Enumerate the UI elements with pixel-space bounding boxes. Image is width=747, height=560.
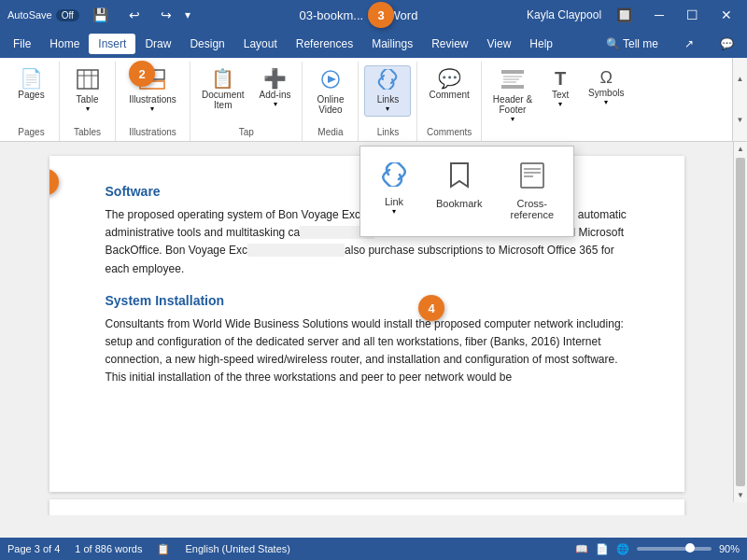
save-button[interactable]: 💾 [85, 6, 116, 24]
zoom-thumb [685, 543, 695, 553]
menu-draw[interactable]: Draw [135, 34, 180, 54]
view-read-icon[interactable]: 📖 [575, 543, 588, 555]
proofing-icon: 📋 [157, 543, 170, 555]
menu-design[interactable]: Design [180, 34, 233, 54]
svg-marker-8 [328, 76, 336, 83]
zoom-slider[interactable] [637, 547, 712, 551]
status-bar: Page 3 of 4 1 of 886 words 📋 English (Un… [0, 538, 747, 560]
bookmark-dropdown-item[interactable]: Bookmark [424, 154, 495, 229]
user-name: Kayla Claypool [527, 8, 601, 21]
links-dropdown-panel: Link ▾ Bookmark Cross-reference [359, 146, 574, 237]
header-footer-icon [500, 69, 525, 92]
menu-view[interactable]: View [478, 34, 521, 54]
menu-references[interactable]: References [287, 34, 362, 54]
scroll-down-button[interactable]: ▼ [734, 488, 747, 502]
comment-icon: 💬 [438, 69, 461, 88]
menu-review[interactable]: Review [422, 34, 477, 54]
online-video-button[interactable]: OnlineVideo [312, 65, 350, 119]
ribbon-group-pages: 📄 Pages Pages [4, 62, 60, 141]
minimize-button[interactable]: ─ [647, 6, 671, 24]
tap-group-label: Tap [196, 125, 296, 141]
links-button[interactable]: Links ▾ [364, 65, 411, 117]
illustrations-group-label: Illustrations [121, 125, 184, 141]
word-count: 1 of 886 words [75, 543, 142, 554]
ribbon-group-comments: 💬 Comment Comments [417, 62, 481, 141]
document-item-button[interactable]: 📋 DocumentItem [196, 65, 250, 114]
cross-reference-dropdown-item[interactable]: Cross-reference [499, 154, 566, 229]
callout-4[interactable]: 4 [418, 295, 444, 321]
cross-reference-label: Cross-reference [511, 198, 554, 220]
language: English (United States) [185, 543, 290, 554]
svg-rect-0 [78, 70, 98, 89]
zoom-level: 90% [719, 543, 740, 554]
callout-1[interactable]: 1 [49, 169, 59, 195]
text-group-label [487, 135, 630, 141]
share-button[interactable]: ↗ [675, 34, 703, 54]
pages-group-label: Pages [9, 125, 53, 141]
menu-help[interactable]: Help [520, 34, 562, 54]
menu-file[interactable]: File [4, 34, 40, 54]
link-dropdown-icon [381, 162, 407, 192]
links-icon [375, 69, 400, 92]
header-footer-button[interactable]: Header &Footer ▾ [487, 65, 538, 127]
online-video-icon [318, 69, 343, 92]
page-info: Page 3 of 4 [7, 543, 60, 554]
addins-icon: ➕ [263, 69, 287, 88]
restore-button[interactable]: ☐ [679, 6, 706, 24]
bookmark-dropdown-icon [449, 162, 470, 194]
table-button[interactable]: Table ▾ [69, 65, 106, 117]
addins-button[interactable]: ➕ Add-ins ▾ [254, 65, 297, 112]
link-label: Link [385, 196, 403, 207]
title-bar-right: Kayla Claypool 🔲 ─ ☐ ✕ [527, 6, 740, 24]
media-group-label: Media [308, 125, 352, 141]
system-installation-text: Consultants from World Wide Business Sol… [106, 315, 628, 387]
svg-rect-9 [501, 70, 524, 74]
text-icon: T [555, 69, 566, 88]
ribbon-display-button[interactable]: 🔲 [609, 6, 640, 24]
pages-button[interactable]: 📄 Pages [12, 65, 49, 104]
redo-button[interactable]: ↪ [153, 6, 179, 24]
ribbon-group-links: Links ▾ Links [359, 62, 417, 141]
svg-rect-10 [501, 85, 524, 89]
document-title: 03-bookm... — Word [299, 8, 417, 22]
bookmark-label: Bookmark [436, 198, 483, 209]
title-bar-left: AutoSave Off 💾 ↩ ↪ ▾ [7, 6, 190, 24]
menu-bar: File Home Insert Draw Design Layout Refe… [0, 30, 747, 58]
system-installation-heading: System Installation [106, 293, 628, 308]
undo-button[interactable]: ↩ [121, 6, 148, 24]
close-button[interactable]: ✕ [713, 6, 740, 24]
text-button[interactable]: T Text ▾ [542, 65, 579, 112]
comments-button[interactable]: 💬 [711, 34, 743, 54]
pages-icon: 📄 [20, 69, 43, 88]
view-web-icon[interactable]: 🌐 [616, 543, 629, 555]
symbols-button[interactable]: Ω Symbols ▾ [583, 65, 629, 110]
cross-reference-icon [520, 162, 544, 194]
autosave-toggle[interactable]: Off [56, 9, 79, 21]
view-print-icon[interactable]: 📄 [596, 543, 609, 555]
ribbon-group-tap: 📋 DocumentItem ➕ Add-ins ▾ Tap [190, 62, 303, 141]
comment-button[interactable]: 💬 Comment [423, 65, 474, 104]
menu-layout[interactable]: Layout [234, 34, 287, 54]
scroll-up-button[interactable]: ▲ [734, 142, 747, 156]
menu-mailings[interactable]: Mailings [362, 34, 422, 54]
search-menu-item[interactable]: 🔍 Tell me [597, 34, 668, 54]
document-item-icon: 📋 [211, 69, 234, 88]
customize-qat-icon[interactable]: ▾ [185, 8, 190, 21]
ribbon-group-tables: Table ▾ Tables [60, 62, 116, 141]
ribbon-scroll-down[interactable]: ▼ [733, 100, 747, 142]
scroll-thumb[interactable] [736, 158, 745, 486]
ribbon-group-text: Header &Footer ▾ T Text ▾ Ω Symbols ▾ [482, 62, 636, 141]
tables-group-label: Tables [65, 125, 109, 141]
ribbon: 📄 Pages Pages Table ▾ Tables [0, 58, 747, 142]
ribbon-scroll-up[interactable]: ▲ [733, 58, 747, 100]
symbols-icon: Ω [600, 69, 613, 86]
links-group-label: Links [364, 125, 411, 141]
table-icon [77, 69, 99, 92]
link-dropdown-item[interactable]: Link ▾ [368, 154, 420, 229]
scrollbar-vertical[interactable]: ▲ ▼ [733, 142, 747, 502]
svg-rect-5 [153, 70, 164, 79]
autosave-label: AutoSave [7, 9, 52, 21]
menu-home[interactable]: Home [40, 34, 89, 54]
autosave-area: AutoSave Off [7, 9, 79, 21]
menu-insert[interactable]: Insert [89, 34, 135, 54]
